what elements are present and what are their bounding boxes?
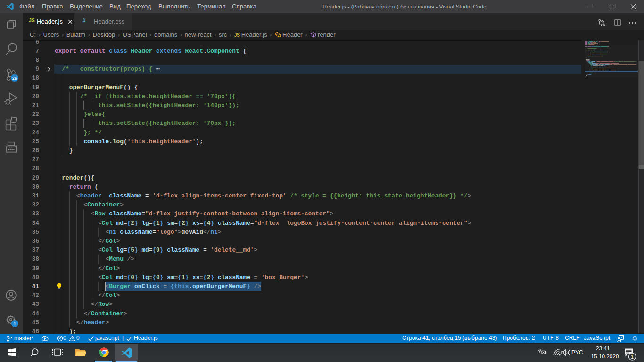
svg-text:1: 1 [631, 354, 634, 360]
